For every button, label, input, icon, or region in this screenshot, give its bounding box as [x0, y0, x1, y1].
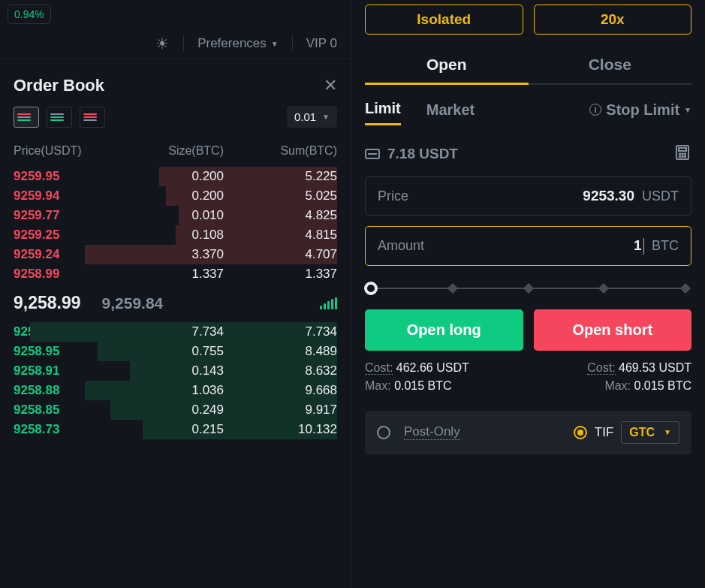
row-sum: 8.632	[224, 363, 337, 378]
row-sum: 5.025	[224, 188, 337, 204]
wallet-icon	[365, 149, 380, 159]
cost-label-short: Cost:	[587, 361, 615, 375]
orderbook-title: Order Book	[14, 76, 104, 95]
orderbook-bid-row[interactable]: 9258.730.21510.132	[14, 420, 337, 439]
row-size: 0.249	[126, 403, 224, 418]
mark-price: 9,259.84	[102, 294, 164, 312]
row-size: 0.200	[126, 188, 224, 204]
row-sum: 8.489	[224, 344, 337, 359]
orderbook-bid-row[interactable]: 9258.850.2499.917	[14, 400, 337, 420]
change-percent-badge: 0.94%	[8, 5, 51, 24]
row-size: 0.010	[126, 208, 224, 223]
row-price: 9258.91	[14, 363, 126, 378]
col-sum: Sum(BTC)	[224, 144, 337, 158]
col-price: Price(USDT)	[14, 144, 126, 158]
cost-short: 469.53 USDT	[619, 361, 691, 374]
row-sum: 4.815	[224, 228, 337, 243]
orderbook-bid-row[interactable]: 9258.950.7558.489	[14, 342, 337, 361]
precision-value: 0.01	[294, 110, 316, 123]
view-bids-icon[interactable]	[47, 107, 72, 128]
depth-bars-icon[interactable]	[320, 297, 337, 309]
open-short-button[interactable]: Open short	[534, 309, 692, 351]
amount-slider[interactable]	[365, 281, 691, 296]
row-price: 9258.85	[14, 403, 126, 418]
max-long: 0.015 BTC	[394, 379, 451, 392]
orderbook-view-toggle	[14, 107, 105, 128]
row-size: 0.108	[126, 228, 224, 243]
row-size: 1.337	[126, 267, 224, 282]
tab-market[interactable]: Market	[426, 101, 475, 125]
orderbook-ask-row[interactable]: 9259.950.2005.225	[14, 167, 337, 186]
row-sum: 10.132	[224, 422, 337, 437]
row-size: 0.755	[126, 344, 224, 359]
margin-mode-button[interactable]: Isolated	[365, 5, 523, 35]
price-label: Price	[378, 188, 408, 204]
orderbook-mid: 9,258.99 9,259.84	[0, 284, 351, 322]
stop-limit-label: Stop Limit	[606, 101, 679, 119]
close-icon[interactable]: ✕	[324, 76, 337, 95]
cost-long: 462.66 USDT	[396, 361, 469, 374]
row-price: 9259.95	[14, 169, 126, 184]
order-type-tabs: Limit Market i Stop Limit ▼	[365, 85, 691, 125]
postonly-label: Post-Only	[404, 424, 460, 440]
orderbook-bid-row[interactable]: 9258.987.7347.734	[14, 322, 337, 342]
preferences-dropdown[interactable]: Preferences ▼	[183, 36, 279, 51]
row-price: 9258.99	[14, 267, 126, 282]
amount-input: 1	[634, 237, 644, 255]
svg-point-3	[682, 153, 683, 155]
tif-label: TIF	[595, 425, 614, 440]
amount-label: Amount	[378, 238, 424, 254]
chevron-down-icon: ▼	[322, 113, 330, 121]
amount-field[interactable]: Amount 1 BTC	[365, 226, 691, 266]
svg-point-2	[679, 153, 681, 155]
cost-label-long: Cost:	[365, 361, 393, 375]
col-size: Size(BTC)	[126, 144, 224, 158]
tab-stop-limit[interactable]: i Stop Limit ▼	[589, 101, 691, 125]
available-balance: 7.18 USDT	[365, 146, 458, 162]
orderbook-bid-row[interactable]: 9258.881.0369.668	[14, 381, 337, 400]
row-price: 9259.25	[14, 228, 126, 243]
max-short: 0.015 BTC	[634, 379, 691, 392]
row-sum: 4.825	[224, 208, 337, 223]
slider-thumb[interactable]	[364, 282, 378, 295]
tab-open[interactable]: Open	[365, 47, 529, 85]
tab-close[interactable]: Close	[529, 47, 692, 85]
calculator-icon[interactable]	[673, 143, 691, 164]
view-asks-icon[interactable]	[80, 107, 105, 128]
orderbook-ask-row[interactable]: 9259.250.1084.815	[14, 225, 337, 245]
order-options: Post-Only TIF GTC ▼	[365, 411, 691, 454]
amount-unit: BTC	[652, 238, 679, 254]
tif-radio[interactable]	[574, 426, 587, 439]
row-sum: 9.668	[224, 383, 337, 398]
row-sum: 5.225	[224, 169, 337, 184]
tab-limit[interactable]: Limit	[365, 100, 401, 125]
orderbook-ask-row[interactable]: 9258.991.3371.337	[14, 264, 337, 284]
svg-point-4	[685, 153, 686, 155]
row-size: 1.036	[126, 383, 224, 398]
preferences-label: Preferences	[197, 36, 267, 51]
postonly-radio[interactable]	[377, 426, 390, 439]
view-both-icon[interactable]	[14, 107, 39, 128]
svg-point-6	[682, 156, 683, 158]
row-size: 3.370	[126, 247, 224, 262]
open-close-tabs: Open Close	[365, 47, 691, 85]
orderbook-ask-row[interactable]: 9259.940.2005.025	[14, 186, 337, 206]
precision-dropdown[interactable]: 0.01 ▼	[287, 106, 337, 128]
row-sum: 9.917	[224, 403, 337, 418]
brightness-icon[interactable]: ☀	[155, 36, 170, 51]
orderbook-bid-row[interactable]: 9258.910.1438.632	[14, 361, 337, 381]
row-sum: 7.734	[224, 324, 337, 339]
tif-dropdown[interactable]: GTC ▼	[621, 421, 679, 444]
chevron-down-icon: ▼	[684, 106, 691, 114]
price-field[interactable]: Price 9253.30 USDT	[365, 176, 691, 216]
row-sum: 4.707	[224, 247, 337, 262]
orderbook-ask-row[interactable]: 9259.770.0104.825	[14, 206, 337, 225]
orderbook-columns: Price(USDT) Size(BTC) Sum(BTC)	[0, 140, 351, 167]
leverage-button[interactable]: 20x	[534, 5, 692, 35]
row-size: 7.734	[126, 324, 224, 339]
row-size: 0.200	[126, 169, 224, 184]
orderbook-ask-row[interactable]: 9259.243.3704.707	[14, 245, 337, 264]
open-long-button[interactable]: Open long	[365, 309, 523, 351]
svg-point-5	[679, 156, 681, 158]
row-price: 9258.73	[14, 422, 126, 437]
